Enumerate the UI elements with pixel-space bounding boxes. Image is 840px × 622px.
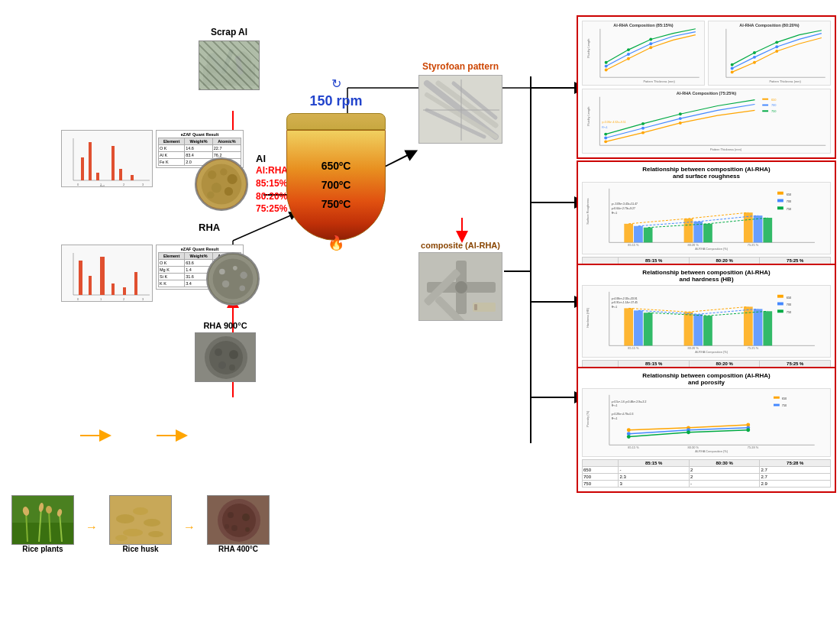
svg-text:85:15 %: 85:15 % (628, 445, 639, 449)
svg-rect-171 (684, 312, 693, 345)
svg-point-128 (604, 137, 607, 140)
svg-text:700: 700 (787, 199, 792, 203)
svg-point-58 (213, 259, 254, 300)
svg-rect-28 (111, 146, 115, 180)
svg-text:R²=1: R²=1 (602, 126, 608, 129)
svg-rect-181 (777, 303, 783, 306)
svg-rect-144 (624, 224, 633, 242)
svg-text:y=4.08x²+2.02x+33.91: y=4.08x²+2.02x+33.91 (612, 297, 638, 300)
rha-400-image (207, 495, 270, 545)
svg-rect-119 (762, 99, 768, 100)
svg-point-107 (775, 50, 778, 53)
svg-point-67 (215, 348, 222, 356)
rha-400-label: RHA 400°C (207, 545, 270, 553)
svg-point-125 (604, 140, 607, 143)
svg-point-110 (775, 45, 778, 48)
svg-rect-123 (762, 110, 768, 112)
eds-bottom-title: eZAF Quant Result (158, 247, 241, 251)
svg-rect-86 (474, 304, 477, 310)
svg-text:650: 650 (771, 98, 777, 102)
svg-point-61 (240, 272, 247, 279)
svg-text:Porosity (%): Porosity (%) (586, 410, 590, 427)
svg-point-62 (222, 280, 229, 287)
svg-text:700: 700 (771, 103, 777, 107)
styrofoam-section: Styrofoan pattern (418, 61, 502, 144)
svg-text:Al-RHA Composition (%): Al-RHA Composition (%) (695, 350, 728, 354)
rice-plants-image (11, 495, 74, 545)
svg-point-92 (605, 69, 608, 72)
svg-rect-207 (774, 404, 780, 407)
svg-rect-183 (777, 309, 783, 313)
al-circle-image (195, 157, 248, 211)
porosity-chart-block: Relationship between composition (Al-RHA… (577, 367, 836, 493)
svg-rect-25 (81, 157, 84, 180)
svg-point-108 (731, 67, 734, 70)
svg-text:Al-RHA Composition (%): Al-RHA Composition (%) (695, 449, 728, 453)
porosity-chart: Porosity (%) Al-RHA Composition (%) 85:1… (582, 388, 831, 457)
svg-rect-30 (131, 175, 134, 180)
svg-rect-152 (763, 218, 772, 242)
svg-rect-175 (754, 309, 763, 345)
hardness-chart-title: Relationship between composition (Al-RHA… (582, 269, 831, 283)
svg-text:80:20 %: 80:20 % (688, 243, 699, 247)
svg-point-39 (220, 168, 227, 175)
svg-point-225 (133, 507, 148, 515)
svg-rect-178 (763, 311, 772, 345)
svg-text:75:25 %: 75:25 % (748, 346, 759, 350)
svg-rect-136 (583, 183, 829, 254)
svg-text:R²=1: R²=1 (612, 417, 618, 420)
svg-text:y=0.5x³-1.6  y=0.48x²-2.9x+3.2: y=0.5x³-1.6 y=0.48x²-2.9x+3.2 (612, 400, 647, 403)
svg-text:700: 700 (787, 303, 792, 306)
svg-text:y=0.29x²-4.79x-0.3: y=0.29x²-4.79x-0.3 (612, 413, 634, 416)
svg-text:R²=1: R²=1 (612, 404, 618, 407)
svg-text:650: 650 (787, 193, 792, 196)
svg-point-227 (123, 529, 143, 536)
styrofoam-label: Styrofoan pattern (418, 61, 502, 72)
svg-text:750: 750 (782, 403, 787, 407)
svg-point-228 (148, 531, 163, 537)
styrofoam-image (418, 75, 502, 144)
arrow-1: → (86, 520, 98, 534)
arrow-2: → (183, 520, 195, 534)
svg-rect-121 (762, 105, 768, 106)
eds-top-title: eZAF Quant Result (158, 132, 241, 137)
svg-point-132 (641, 122, 645, 125)
svg-text:keV: keV (100, 185, 105, 187)
svg-text:Pattern Thickness (mm): Pattern Thickness (mm) (770, 79, 802, 83)
svg-point-100 (649, 37, 652, 40)
svg-text:85:15 %: 85:15 % (628, 243, 639, 247)
svg-point-59 (219, 269, 225, 275)
svg-text:80:20 %: 80:20 % (688, 346, 699, 350)
furnace-top (286, 113, 386, 130)
svg-rect-174 (693, 314, 703, 345)
svg-rect-47 (79, 261, 82, 295)
svg-point-133 (679, 112, 682, 115)
svg-point-113 (775, 40, 778, 44)
svg-rect-176 (644, 313, 653, 345)
svg-text:R²=1: R²=1 (612, 306, 618, 309)
svg-rect-20 (221, 49, 234, 75)
svg-point-106 (753, 61, 756, 64)
composite-label: composite (Al-RHA) (418, 241, 502, 250)
svg-rect-173 (634, 310, 643, 345)
svg-rect-18 (199, 41, 259, 89)
svg-rect-155 (777, 199, 783, 202)
svg-rect-157 (777, 206, 783, 209)
svg-point-43 (207, 192, 214, 199)
svg-rect-49 (100, 257, 105, 295)
svg-rect-214 (12, 523, 74, 545)
svg-point-202 (627, 435, 631, 439)
svg-point-233 (228, 512, 234, 518)
porosity-chart-title: Relationship between composition (Al-RHA… (582, 372, 831, 386)
svg-text:Fluidity Length: Fluidity Length (586, 107, 590, 126)
svg-rect-179 (777, 295, 783, 298)
svg-text:650: 650 (787, 296, 792, 300)
scrap-al-section: Scrap Al (199, 27, 260, 94)
svg-text:y=0.91x²+1.14x²-27.45: y=0.91x²+1.14x²-27.45 (612, 301, 638, 304)
svg-point-84 (455, 281, 467, 293)
svg-rect-51 (123, 287, 126, 295)
rha-900-label: RHA 900°C (195, 321, 256, 330)
svg-point-69 (218, 361, 226, 369)
svg-rect-177 (703, 316, 712, 345)
rice-plants-section: Rice plants (11, 495, 74, 553)
